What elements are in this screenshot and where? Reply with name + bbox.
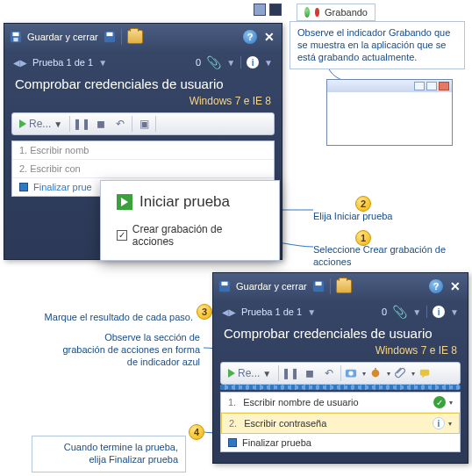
close-icon[interactable]: ✕ — [448, 279, 462, 293]
start-test-button[interactable]: Iniciar prueba — [139, 193, 230, 211]
play-icon — [19, 119, 26, 128]
test-title-b: Comprobar credenciales de usuario — [213, 324, 468, 343]
test-nav-dropdown-icon[interactable]: ▼ — [98, 58, 107, 68]
pass-icon[interactable]: ✓ — [433, 396, 446, 408]
replay-button[interactable]: Re... ▼ — [16, 116, 66, 132]
target-app-window — [326, 79, 453, 146]
test-env-b: Windows 7 e IE 8 — [213, 343, 468, 362]
close-icon[interactable]: ✕ — [262, 30, 276, 44]
svg-rect-2 — [13, 38, 18, 41]
mini-minimize-icon[interactable] — [414, 82, 425, 90]
step-row-1[interactable]: 1. Escribir nombre de usuario ✓▾ — [221, 393, 460, 413]
save-icon — [10, 31, 22, 43]
info-icon[interactable]: i — [247, 56, 259, 69]
steps-list-b: 1. Escribir nombre de usuario ✓▾ 2. Escr… — [220, 392, 461, 452]
stop-square-icon — [228, 438, 237, 447]
pause-icon[interactable]: ❚❚ — [74, 116, 89, 132]
action-recording-bar — [220, 385, 461, 390]
camera-icon[interactable]: ▣ — [136, 116, 152, 132]
help-icon[interactable]: ? — [243, 30, 257, 44]
badge-2: 2 — [355, 196, 371, 212]
mini-window-titlebar — [327, 80, 452, 92]
callout-finalize: Cuando termine la prueba, elija Finaliza… — [32, 436, 186, 472]
callout-blue-indicator: Observe la sección de grabación de accio… — [33, 332, 200, 368]
record-dot-icon — [315, 8, 319, 17]
save-close-label-b[interactable]: Guardar y cerrar — [236, 281, 307, 292]
info-icon[interactable]: i — [433, 306, 445, 318]
globe-icon — [304, 7, 310, 18]
callout-create-recording: Seleccione Crear grabación de acciones — [313, 244, 462, 269]
folder-icon[interactable] — [336, 279, 352, 293]
badge-3: 3 — [197, 304, 212, 320]
test-nav-bar: ◀▶ Prueba 1 de 1 ▼ 0 📎 ▼ i ▼ — [4, 50, 282, 75]
paperclip-icon[interactable]: 📎 — [392, 305, 407, 319]
replay-button[interactable]: Re... ▼ — [225, 365, 275, 381]
svg-point-10 — [349, 371, 354, 375]
test-title: Comprobar credenciales de usuario — [4, 75, 282, 93]
undo-icon[interactable]: ↶ — [112, 116, 128, 132]
attach-icon[interactable] — [394, 367, 406, 379]
prev-test-icon[interactable]: ◀▶ — [13, 58, 27, 68]
screenshot-icon[interactable] — [345, 367, 357, 379]
save-icon-2[interactable] — [312, 280, 325, 292]
attachment-count: 0 — [196, 57, 201, 68]
step-row-1[interactable]: 1. Escribir nomb — [12, 141, 274, 160]
callout-start-test: Elija Iniciar prueba — [313, 211, 393, 223]
recording-callout: Observe el indicador Grabando que se mue… — [290, 21, 465, 69]
record-actions-label: Crear grabación de acciones — [132, 223, 263, 248]
folder-icon[interactable] — [127, 30, 143, 44]
step-toolbar-b: Re... ▼ ❚❚ ◼ ↶ ▾ ▾ ▾ — [220, 362, 461, 385]
recording-indicator: Grabando — [297, 4, 375, 21]
help-icon[interactable]: ? — [429, 279, 443, 293]
attachment-count-b: 0 — [382, 307, 387, 317]
play-icon — [228, 369, 235, 378]
callout-mark-result: Marque el resultado de cada paso. — [9, 312, 193, 324]
test-nav-label-b[interactable]: Prueba 1 de 1 — [241, 307, 302, 317]
badge-4: 4 — [189, 424, 204, 440]
svg-rect-6 — [222, 282, 228, 285]
test-runner-panel-b: Guardar y cerrar ? ✕ ◀▶ Prueba 1 de 1 ▼ … — [212, 272, 468, 464]
info-step-icon[interactable]: i — [433, 417, 445, 429]
step-row-2-active[interactable]: 2. Escribir contraseña i▾ — [221, 413, 460, 434]
layout-toggle[interactable] — [254, 4, 282, 16]
stop-square-icon — [19, 183, 28, 191]
bug-icon[interactable] — [369, 367, 382, 379]
svg-rect-4 — [106, 32, 112, 36]
step-row-2[interactable]: 2. Escribir con — [12, 160, 274, 178]
svg-rect-8 — [315, 282, 321, 285]
start-play-icon — [117, 194, 132, 210]
titlebar-b: Guardar y cerrar ? ✕ — [213, 273, 468, 299]
svg-rect-13 — [420, 370, 430, 376]
step-toolbar: Re... ▼ ❚❚ ◼ ↶ ▣ — [11, 112, 275, 135]
test-nav-bar-b: ◀▶ Prueba 1 de 1 ▼ 0 📎 ▼ i ▼ — [213, 299, 468, 324]
stop-icon[interactable]: ◼ — [93, 116, 109, 132]
mini-maximize-icon[interactable] — [426, 82, 437, 90]
svg-rect-12 — [375, 368, 376, 371]
save-icon — [218, 280, 231, 292]
comment-icon[interactable] — [418, 367, 431, 379]
pause-icon[interactable]: ❚❚ — [282, 365, 298, 381]
start-test-popup: Iniciar prueba ✓ Crear grabación de acci… — [100, 180, 280, 261]
save-icon-2[interactable] — [104, 31, 116, 43]
record-actions-checkbox[interactable]: ✓ — [117, 230, 127, 241]
prev-test-icon[interactable]: ◀▶ — [222, 307, 236, 317]
test-nav-label[interactable]: Prueba 1 de 1 — [32, 57, 93, 68]
paperclip-icon[interactable]: 📎 — [206, 55, 221, 69]
titlebar: Guardar y cerrar ? ✕ — [4, 24, 282, 50]
svg-point-11 — [372, 370, 380, 378]
mini-close-icon[interactable] — [439, 82, 449, 90]
test-env: Windows 7 e IE 8 — [4, 93, 282, 112]
svg-rect-1 — [13, 32, 19, 36]
recording-label: Grabando — [325, 7, 368, 18]
step-row-finalize[interactable]: Finalizar prueba — [221, 434, 460, 451]
save-close-label[interactable]: Guardar y cerrar — [27, 32, 98, 42]
undo-icon[interactable]: ↶ — [321, 365, 337, 381]
stop-icon[interactable]: ◼ — [302, 365, 318, 381]
